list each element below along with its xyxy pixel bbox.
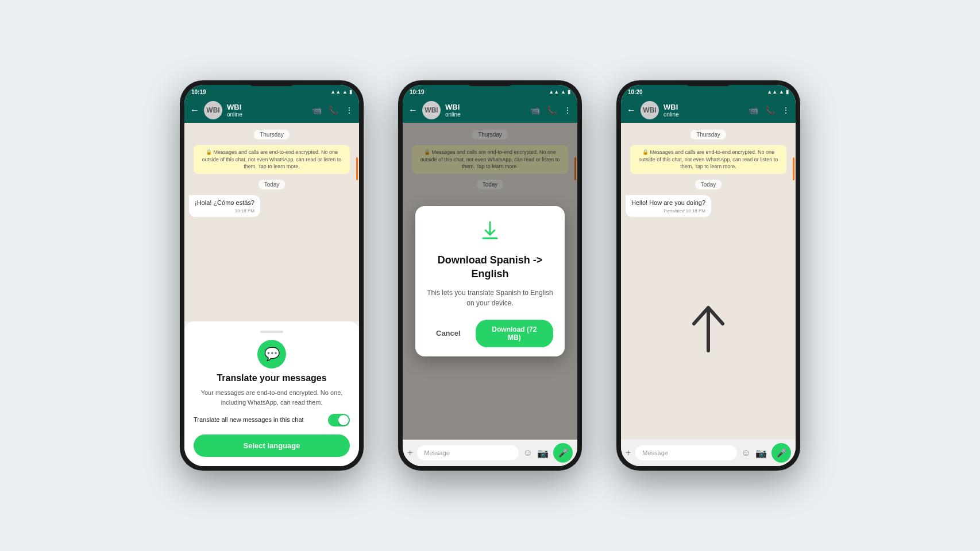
translated-badge: Translated [663, 208, 684, 214]
message-time-3: Translated 10:18 PM [631, 208, 705, 214]
voice-call-icon-1[interactable]: 📞 [329, 106, 338, 115]
add-attachment-icon-3[interactable]: + [626, 448, 631, 458]
download-modal: Download Spanish -> English This lets yo… [415, 206, 565, 356]
message-input-2[interactable]: Message [417, 445, 518, 460]
sheet-desc-1: Your messages are end-to-end encrypted. … [194, 388, 350, 407]
input-bar-3: + Message ☺ 📷 🎤 [621, 440, 796, 466]
voice-call-icon-3[interactable]: 📞 [765, 106, 775, 115]
translate-icon-1: 💬 [257, 340, 286, 368]
received-message-1: ¡Hola! ¿Cómo estás? 10:18 PM [189, 195, 260, 217]
status-time-2: 10:19 [410, 89, 425, 95]
contact-name-3: WBI [663, 103, 744, 112]
toggle-row-1: Translate all new messages in this chat [194, 414, 350, 426]
camera-icon-3[interactable]: 📷 [755, 448, 767, 459]
header-actions-2: 📹 📞 ⋮ [530, 106, 572, 115]
menu-icon-3[interactable]: ⋮ [782, 106, 790, 115]
mic-button-2[interactable]: 🎤 [553, 443, 573, 463]
message-input-3[interactable]: Message [635, 445, 736, 460]
chat-area-3: Thursday 🔒 Messages and calls are end-to… [621, 123, 796, 440]
system-message-3: 🔒 Messages and calls are end-to-end encr… [630, 145, 786, 174]
modal-desc: This lets you translate Spanish to Engli… [427, 288, 553, 308]
status-time-3: 10:20 [628, 89, 643, 95]
phone-notch-2 [467, 80, 513, 86]
select-language-button-1[interactable]: Select language [194, 434, 350, 457]
contact-status-1: online [227, 111, 307, 118]
download-icon [427, 220, 553, 247]
emoji-icon-3[interactable]: ☺ [742, 448, 751, 458]
phone-notch-1 [249, 80, 295, 86]
contact-status-3: online [663, 111, 744, 118]
battery-icon-2: ▮ [568, 89, 570, 95]
back-button-1[interactable]: ← [190, 105, 199, 115]
battery-icon-1: ▮ [349, 89, 352, 95]
menu-icon-1[interactable]: ⋮ [345, 106, 353, 115]
scroll-indicator-3 [793, 157, 794, 180]
sheet-title-1: Translate your messages [194, 373, 350, 383]
date-badge-thursday-1: Thursday [254, 130, 290, 139]
translate-toggle-1[interactable] [328, 414, 350, 426]
date-badge-today-1: Today [258, 180, 285, 189]
wifi-icon-2: ▲ [561, 89, 566, 95]
sheet-handle-1 [260, 331, 283, 333]
emoji-icon-2[interactable]: ☺ [523, 448, 533, 458]
avatar-2: WBI [422, 101, 441, 119]
modal-download-button[interactable]: Download (72 MB) [476, 320, 553, 347]
camera-icon-2[interactable]: 📷 [537, 448, 549, 459]
avatar-1: WBI [204, 101, 222, 119]
contact-info-2: WBI online [445, 103, 526, 118]
voice-call-icon-2[interactable]: 📞 [547, 106, 557, 115]
video-call-icon-3[interactable]: 📹 [748, 106, 758, 115]
phone-1: 10:19 ▲▲ ▲ ▮ ← WBI WBI online 📹 📞 ⋮ [180, 80, 364, 471]
phone-screen-3: 10:20 ▲▲ ▲ ▮ ← WBI WBI online 📹 📞 ⋮ [621, 85, 796, 466]
scroll-indicator-1 [356, 157, 358, 180]
phone-3: 10:20 ▲▲ ▲ ▮ ← WBI WBI online 📹 📞 ⋮ [616, 80, 800, 471]
signal-icon-1: ▲▲ [330, 89, 341, 95]
arrow-up-indicator [626, 220, 791, 435]
menu-icon-2[interactable]: ⋮ [564, 106, 572, 115]
status-icons-3: ▲▲ ▲ ▮ [767, 89, 789, 95]
modal-title: Download Spanish -> English [427, 254, 553, 281]
chat-area-1: Thursday 🔒 Messages and calls are end-to… [184, 123, 359, 321]
status-time-1: 10:19 [191, 89, 206, 95]
phone-screen-2: 10:19 ▲▲ ▲ ▮ ← WBI WBI online 📹 📞 ⋮ [403, 85, 577, 466]
input-bar-2: + Message ☺ 📷 🎤 [403, 440, 577, 466]
received-message-3: Hello! How are you doing? Translated 10:… [626, 195, 711, 217]
signal-icon-2: ▲▲ [549, 89, 559, 95]
back-button-3[interactable]: ← [627, 105, 636, 115]
phones-container: 10:19 ▲▲ ▲ ▮ ← WBI WBI online 📹 📞 ⋮ [0, 57, 980, 494]
status-icons-2: ▲▲ ▲ ▮ [549, 89, 570, 95]
contact-name-2: WBI [445, 103, 526, 112]
message-time-value-3: 10:18 PM [686, 208, 705, 214]
contact-info-3: WBI online [663, 103, 744, 118]
modal-cancel-button[interactable]: Cancel [427, 324, 470, 342]
back-button-2[interactable]: ← [408, 105, 418, 115]
chat-area-2: Thursday 🔒 Messages and calls are end-to… [403, 123, 577, 440]
contact-status-2: online [445, 111, 526, 118]
header-actions-3: 📹 📞 ⋮ [748, 106, 790, 115]
contact-info-1: WBI online [227, 103, 307, 118]
wifi-icon-3: ▲ [779, 89, 784, 95]
system-message-1: 🔒 Messages and calls are end-to-end encr… [194, 145, 350, 174]
message-text-1: ¡Hola! ¿Cómo estás? [195, 199, 254, 207]
phone-notch-3 [685, 80, 731, 86]
status-bar-1: 10:19 ▲▲ ▲ ▮ [184, 85, 359, 98]
wa-header-3: ← WBI WBI online 📹 📞 ⋮ [621, 98, 796, 123]
wifi-icon-1: ▲ [342, 89, 348, 95]
wa-header-1: ← WBI WBI online 📹 📞 ⋮ [184, 98, 359, 123]
mic-button-3[interactable]: 🎤 [771, 443, 791, 463]
wa-header-2: ← WBI WBI online 📹 📞 ⋮ [403, 98, 577, 123]
modal-actions: Cancel Download (72 MB) [427, 320, 553, 347]
bottom-sheet-1: 💬 Translate your messages Your messages … [184, 321, 359, 466]
add-attachment-icon-2[interactable]: + [407, 448, 412, 458]
message-text-3: Hello! How are you doing? [631, 199, 705, 207]
header-actions-1: 📹 📞 ⋮ [312, 106, 353, 115]
signal-icon-3: ▲▲ [767, 89, 777, 95]
message-time-1: 10:18 PM [195, 208, 254, 214]
status-bar-2: 10:19 ▲▲ ▲ ▮ [403, 85, 577, 98]
modal-overlay-2: Download Spanish -> English This lets yo… [403, 123, 577, 440]
date-badge-today-3: Today [695, 180, 722, 189]
video-call-icon-1[interactable]: 📹 [312, 106, 322, 115]
toggle-label-1: Translate all new messages in this chat [194, 416, 328, 424]
video-call-icon-2[interactable]: 📹 [530, 106, 540, 115]
phone-2: 10:19 ▲▲ ▲ ▮ ← WBI WBI online 📹 📞 ⋮ [398, 80, 582, 471]
